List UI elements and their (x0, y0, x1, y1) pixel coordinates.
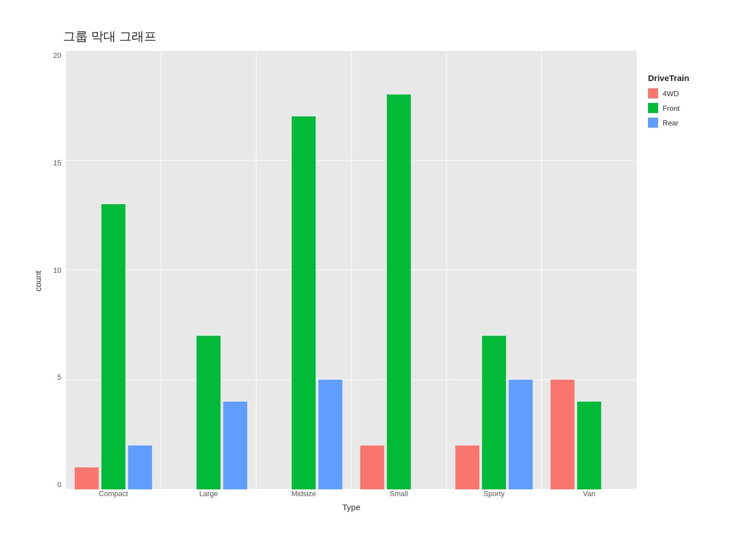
bar (101, 204, 125, 489)
legend-item: Front (648, 103, 727, 113)
bar (482, 336, 506, 489)
bar (551, 380, 575, 489)
x-tick: Compact (66, 489, 161, 498)
legend-item: Rear (648, 118, 727, 128)
bar (360, 446, 384, 489)
legend-label: 4WD (663, 89, 679, 98)
bar (456, 446, 480, 489)
legend-title: DriveTrain (648, 73, 727, 83)
y-ticks: 20151050 (49, 51, 66, 489)
legend-swatch (648, 103, 658, 113)
y-tick: 15 (53, 159, 61, 166)
y-tick: 5 (57, 374, 61, 381)
legend-items: 4WD Front Rear (648, 88, 727, 132)
x-tick: Van (542, 489, 637, 498)
plot-and-xaxis: 20151050 CompactLargeMidsizeSmallSportyV… (49, 51, 637, 512)
y-tick: 20 (53, 52, 61, 59)
x-tick: Small (352, 489, 447, 498)
y-tick: 10 (53, 267, 61, 274)
bar (292, 116, 316, 489)
x-axis: CompactLargeMidsizeSmallSportyVan (66, 489, 637, 498)
bar (128, 446, 152, 489)
legend-item: 4WD (648, 88, 727, 98)
bar (387, 94, 411, 489)
bar (223, 402, 248, 489)
chart-area: count 20151050 CompactLargeMidsizeSmallS… (29, 51, 727, 512)
plot-area (66, 51, 637, 489)
bar (577, 402, 601, 489)
bar (318, 380, 343, 489)
plot-with-yaxis: 20151050 (49, 51, 637, 489)
y-axis-label: count (29, 51, 46, 512)
x-tick: Large (161, 489, 256, 498)
legend-swatch (648, 88, 658, 98)
bar (508, 380, 533, 489)
bar (196, 336, 220, 489)
chart-svg (66, 51, 637, 489)
y-tick: 0 (57, 481, 61, 488)
bar (75, 467, 99, 489)
chart-container: 그룹 막대 그래프 count 20151050 CompactLargeMid… (18, 17, 738, 523)
chart-title: 그룹 막대 그래프 (63, 28, 727, 45)
x-axis-label: Type (66, 502, 637, 512)
legend-label: Front (663, 104, 680, 112)
x-tick: Sporty (447, 489, 542, 498)
x-tick: Midsize (256, 489, 351, 498)
legend-swatch (648, 118, 658, 128)
legend-label: Rear (663, 119, 678, 127)
legend: DriveTrain 4WD Front Rear (637, 51, 727, 512)
